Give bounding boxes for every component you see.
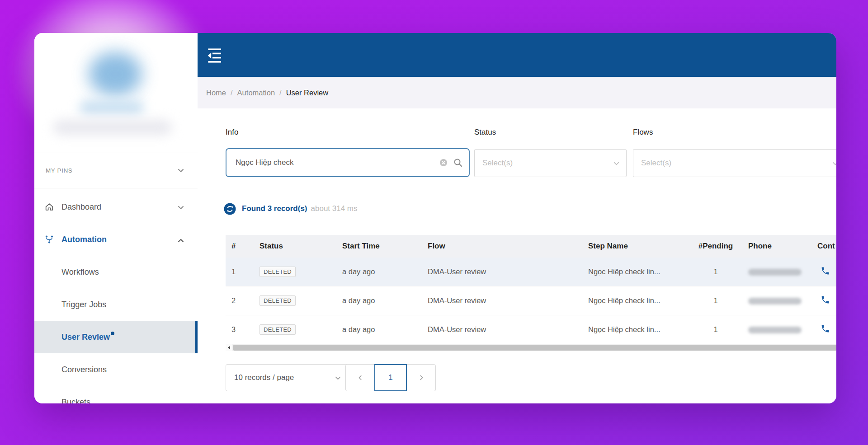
status-select[interactable]: Select(s) [474, 149, 627, 177]
col-status: Status [254, 235, 336, 258]
table-header-row: # Status Start Time Flow Step Name #Pend… [226, 235, 836, 258]
horizontal-scrollbar [226, 344, 836, 351]
notification-dot [111, 332, 114, 335]
table-row[interactable]: 3 DELETED a day ago DMA-User review Ngọc… [226, 315, 836, 343]
clear-icon[interactable] [439, 159, 448, 169]
breadcrumb-current: User Review [286, 89, 329, 97]
pager: 1 [345, 364, 436, 391]
sidebar-item-label: Dashboard [61, 202, 101, 212]
redacted-phone-number [748, 327, 802, 333]
chevron-down-icon [832, 160, 836, 169]
breadcrumb: Home / Automation / User Review [206, 89, 328, 97]
phone-icon[interactable] [821, 266, 830, 277]
table-row[interactable]: 2 DELETED a day ago DMA-User review Ngọc… [226, 286, 836, 315]
blurred-brand-line-1 [80, 101, 144, 114]
sidebar-item-label: Conversions [61, 365, 107, 375]
breadcrumb-separator: / [279, 89, 282, 97]
flow-cell: DMA-User review [422, 286, 582, 315]
phone-icon[interactable] [821, 295, 830, 306]
col-contact: Cont [808, 235, 836, 258]
table-row[interactable]: 1 DELETED a day ago DMA-User review Ngọc… [226, 258, 836, 286]
col-pending: #Pending [691, 235, 741, 258]
flows-label: Flows [633, 128, 653, 137]
sidebar: MY PINS Dashboard Automation [34, 33, 198, 403]
sidebar-item-dashboard[interactable]: Dashboard [34, 191, 198, 223]
flow-cell: DMA-User review [422, 315, 582, 343]
fork-icon [44, 234, 55, 245]
result-summary: Found 3 record(s) about 314 ms [224, 202, 358, 215]
sidebar-item-label: Trigger Jobs [61, 300, 106, 309]
top-header-bar [198, 33, 836, 77]
pending-count: 1 [691, 315, 741, 343]
chevron-left-icon [357, 375, 363, 381]
col-flow: Flow [422, 235, 582, 258]
refresh-icon[interactable] [224, 203, 236, 215]
redacted-phone-number [748, 298, 802, 304]
col-index: # [226, 235, 254, 258]
step-name-cell: Ngọc Hiệp check lin... [582, 286, 691, 315]
flows-select[interactable]: Select(s) [633, 149, 836, 177]
start-time-cell: a day ago [336, 286, 422, 315]
status-badge: DELETED [259, 324, 296, 335]
results-table: # Status Start Time Flow Step Name #Pend… [226, 235, 836, 343]
sidebar-item-label: Automation [61, 235, 107, 244]
phone-icon[interactable] [821, 324, 830, 335]
step-name-cell: Ngọc Hiệp check lin... [582, 258, 691, 286]
sidebar-item-label: User Review [61, 333, 114, 342]
home-icon [44, 201, 55, 212]
sidebar-item-automation[interactable]: Automation [34, 223, 198, 256]
chevron-down-icon [613, 160, 620, 169]
pending-count: 1 [691, 286, 741, 315]
sidebar-section-my-pins[interactable]: MY PINS [34, 153, 198, 188]
start-time-cell: a day ago [336, 258, 422, 286]
row-index: 3 [226, 315, 254, 343]
found-records-text: Found 3 record(s) [242, 204, 307, 213]
flow-cell: DMA-User review [422, 258, 582, 286]
step-name-cell: Ngọc Hiệp check lin... [582, 315, 691, 343]
scrollbar-left-button[interactable] [226, 344, 232, 351]
page-size-select[interactable]: 10 records / page [226, 364, 349, 391]
elapsed-time-text: about 314 ms [311, 204, 358, 213]
breadcrumb-automation[interactable]: Automation [237, 89, 275, 97]
info-label: Info [226, 128, 238, 137]
chevron-right-icon [418, 375, 425, 381]
scrollbar-thumb[interactable] [233, 345, 836, 351]
chevron-down-icon [177, 167, 184, 174]
flows-placeholder: Select(s) [641, 159, 671, 168]
col-step-name: Step Name [582, 235, 691, 258]
sidebar-item-user-review[interactable]: User Review [34, 321, 198, 353]
chevron-up-icon [177, 237, 184, 244]
sidebar-item-label: Buckets [61, 398, 90, 404]
start-time-cell: a day ago [336, 315, 422, 343]
col-phone: Phone [741, 235, 808, 258]
breadcrumb-bar: Home / Automation / User Review [198, 77, 836, 108]
menu-fold-button[interactable] [205, 46, 223, 64]
chevron-down-icon [335, 375, 341, 384]
pending-count: 1 [691, 258, 741, 286]
status-label: Status [474, 128, 496, 137]
status-badge: DELETED [259, 295, 296, 306]
col-start-time: Start Time [336, 235, 422, 258]
status-badge: DELETED [259, 267, 296, 277]
blurred-brand-line-2 [53, 120, 172, 135]
app-window: MY PINS Dashboard Automation [34, 33, 836, 403]
redacted-phone-number [748, 269, 802, 276]
search-icon[interactable] [453, 158, 463, 169]
breadcrumb-home[interactable]: Home [206, 89, 226, 97]
menu-fold-icon [206, 46, 223, 63]
sidebar-item-conversions[interactable]: Conversions [34, 353, 198, 386]
current-page-button[interactable]: 1 [374, 364, 407, 391]
status-placeholder: Select(s) [482, 159, 513, 168]
page-size-label: 10 records / page [234, 373, 294, 382]
prev-page-button[interactable] [346, 365, 374, 391]
sidebar-item-workflows[interactable]: Workflows [34, 256, 198, 288]
sidebar-item-buckets[interactable]: Buckets [34, 386, 198, 403]
breadcrumb-separator: / [231, 89, 233, 97]
info-search-input[interactable] [226, 148, 470, 177]
my-pins-label: MY PINS [46, 167, 72, 174]
divider [34, 188, 198, 188]
next-page-button[interactable] [407, 365, 435, 391]
sidebar-item-trigger-jobs[interactable]: Trigger Jobs [34, 288, 198, 321]
sidebar-item-label: Workflows [61, 267, 99, 277]
row-index: 2 [226, 286, 254, 315]
